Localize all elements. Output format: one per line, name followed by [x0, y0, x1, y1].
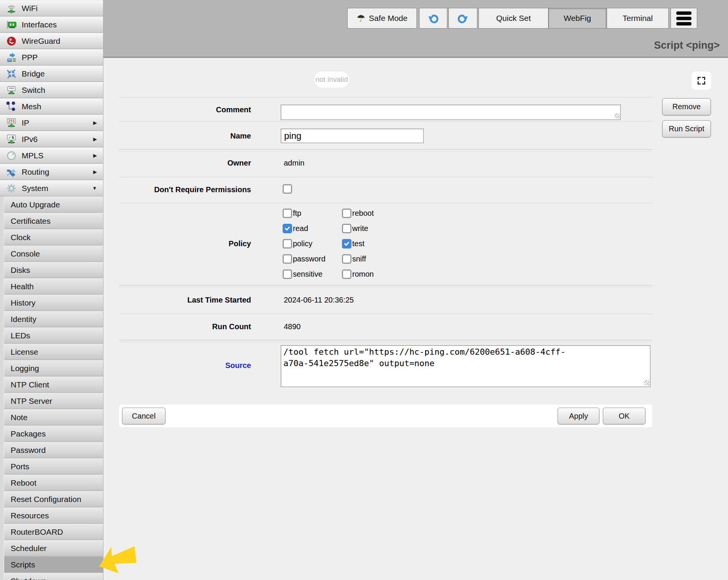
sidebar-item-wifi[interactable]: WiFi [0, 0, 103, 16]
source-input[interactable] [281, 345, 650, 387]
ok-button[interactable]: OK [603, 408, 645, 424]
sidebar-subitem-scripts[interactable]: Scripts [4, 556, 103, 573]
redo-icon [457, 13, 469, 24]
safe-mode-button[interactable]: ☂ Safe Mode [347, 8, 417, 29]
policy-option-password: password [283, 251, 326, 266]
policy-checkbox-sensitive[interactable] [283, 269, 292, 279]
dont-require-permissions-label: Don't Require Permissions [119, 185, 251, 194]
policy-option-label: write [352, 224, 368, 233]
sidebar-subitem-password[interactable]: Password [4, 442, 103, 458]
policy-option-label: sensitive [293, 270, 323, 279]
sidebar-item-interfaces[interactable]: Interfaces [0, 16, 103, 33]
policy-option-sensitive: sensitive [283, 266, 326, 282]
apply-button[interactable]: Apply [558, 408, 599, 424]
sidebar-subitem-note[interactable]: Note [4, 409, 103, 425]
fullscreen-button[interactable] [691, 72, 711, 90]
sidebar-subitem-shutdown[interactable]: Shutdown [4, 573, 103, 580]
status-badge: not invalid [314, 72, 349, 88]
policy-checkbox-sniff[interactable] [342, 254, 351, 264]
resize-grip-icon[interactable] [644, 380, 649, 385]
undo-button[interactable] [419, 8, 447, 29]
name-input[interactable] [281, 129, 424, 143]
umbrella-icon: ☂ [357, 13, 366, 23]
switch-icon [5, 84, 18, 97]
tab-terminal[interactable]: Terminal [607, 8, 669, 29]
sidebar-subitem-certificates[interactable]: Certificates [4, 213, 103, 229]
sidebar-item-label: IPv6 [22, 135, 93, 144]
sidebar-item-ipv6[interactable]: ✓6IPv6▶ [0, 131, 103, 147]
hamburger-icon [676, 11, 691, 15]
policy-checkbox-ftp[interactable] [283, 209, 292, 218]
resize-grip-icon[interactable] [615, 113, 620, 118]
remove-button[interactable]: Remove [662, 98, 711, 115]
hamburger-menu-button[interactable] [671, 8, 697, 29]
cancel-button[interactable]: Cancel [122, 408, 165, 424]
redo-button[interactable] [448, 8, 477, 29]
chevron-right-icon: ▶ [93, 136, 97, 142]
safe-mode-label: Safe Mode [369, 14, 408, 23]
owner-label: Owner [119, 159, 251, 167]
sidebar-subitem-auto-upgrade[interactable]: Auto Upgrade [4, 196, 103, 213]
sidebar-subitem-disks[interactable]: Disks [4, 262, 103, 278]
terminal-label: Terminal [623, 14, 653, 23]
sidebar-item-mesh[interactable]: Mesh [0, 98, 103, 115]
sidebar-subitem-ports[interactable]: Ports [4, 458, 103, 475]
chevron-down-icon: ▼ [92, 185, 97, 191]
policy-checkbox-policy[interactable] [283, 239, 292, 249]
dont-require-permissions-checkbox[interactable] [283, 184, 292, 194]
sidebar-subitem-license[interactable]: License [4, 344, 103, 360]
sidebar-item-switch[interactable]: Switch [0, 82, 103, 98]
sidebar-subitem-health[interactable]: Health [4, 278, 103, 295]
tab-quick-set[interactable]: Quick Set [478, 8, 548, 29]
policy-checkbox-test[interactable] [342, 239, 351, 249]
sidebar-subitem-scheduler[interactable]: Scheduler [4, 540, 103, 556]
sidebar-subitem-reset-configuration[interactable]: Reset Configuration [4, 491, 103, 507]
comment-input[interactable] [281, 105, 621, 120]
policy-checkbox-write[interactable] [342, 224, 351, 233]
policy-checkbox-read[interactable] [283, 224, 292, 233]
wifi-icon [5, 2, 18, 15]
bridge-icon [5, 67, 18, 80]
tab-webfig-active[interactable]: WebFig [548, 8, 606, 29]
policy-option-label: sniff [352, 255, 366, 263]
policy-checkbox-password[interactable] [283, 254, 292, 264]
sidebar-item-wireguard[interactable]: WireGuard [0, 33, 103, 49]
sidebar-item-label: WiFi [22, 4, 103, 13]
sidebar-item-routing[interactable]: Routing▶ [0, 164, 103, 180]
sidebar-item-ppp[interactable]: PPP [0, 49, 103, 65]
sidebar-subitem-reboot[interactable]: Reboot [4, 475, 103, 491]
policy-option-sniff: sniff [342, 251, 374, 266]
sidebar-subitem-routerboard[interactable]: RouterBOARD [4, 524, 103, 540]
sidebar-subitem-resources[interactable]: Resources [4, 507, 103, 524]
svg-text:6: 6 [12, 135, 14, 140]
sidebar-subitem-identity[interactable]: Identity [4, 311, 103, 327]
webfig-app: WiFiInterfacesWireGuardPPPBridgeSwitchMe… [0, 0, 728, 580]
sidebar-subitem-packages[interactable]: Packages [4, 425, 103, 442]
sidebar-subitem-clock[interactable]: Clock [4, 229, 103, 245]
policy-option-label: read [293, 224, 308, 233]
source-field-wrap [281, 345, 650, 389]
sidebar-subitem-ntp-client[interactable]: NTP Client [4, 376, 103, 393]
sidebar-subitem-history[interactable]: History [4, 295, 103, 311]
sidebar-subitem-ntp-server[interactable]: NTP Server [4, 393, 103, 409]
policy-checkbox-reboot[interactable] [342, 209, 351, 218]
sidebar-subitem-console[interactable]: Console [4, 245, 103, 262]
sidebar-item-label: Routing [22, 167, 93, 177]
chevron-right-icon: ▶ [93, 153, 97, 158]
sidebar-subitem-logging[interactable]: Logging [4, 360, 103, 376]
run-script-button[interactable]: Run Script [662, 120, 711, 137]
policy-checkbox-romon[interactable] [342, 269, 351, 279]
sidebar-subitem-leds[interactable]: LEDs [4, 327, 103, 344]
sidebar-item-bridge[interactable]: Bridge [0, 65, 103, 82]
svg-text:✓: ✓ [8, 135, 11, 140]
section-separator [119, 149, 652, 151]
sidebar-item-ip[interactable]: 255IP▶ [0, 115, 103, 131]
sidebar-item-system[interactable]: System▼ [0, 180, 103, 196]
mesh-icon [5, 100, 18, 113]
run-count-value: 4890 [284, 322, 301, 331]
policy-option-label: romon [352, 270, 374, 279]
script-form: Remove Run Script not invalid Comment Na… [103, 59, 728, 580]
sidebar-item-mpls[interactable]: MPLS▶ [0, 147, 103, 164]
policy-option-label: policy [293, 239, 312, 248]
sidebar-item-label: PPP [22, 53, 103, 62]
